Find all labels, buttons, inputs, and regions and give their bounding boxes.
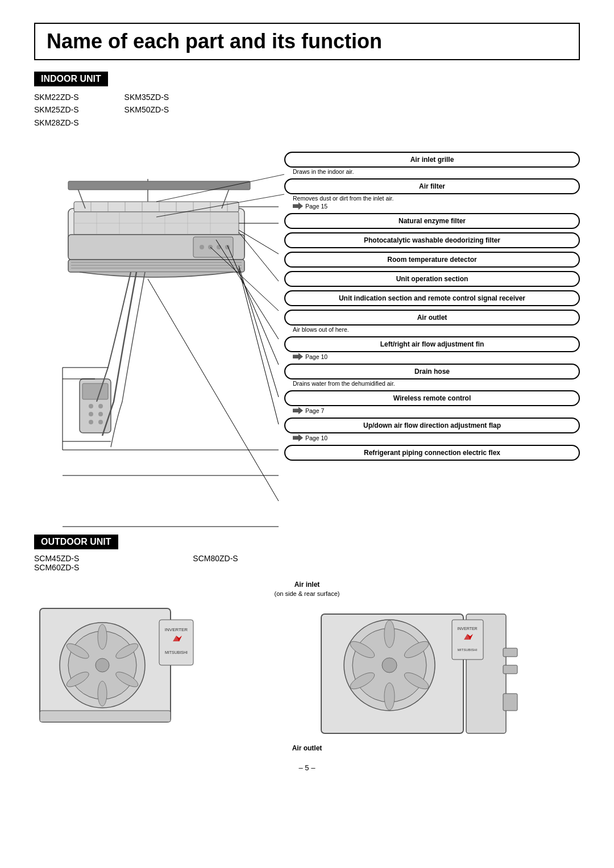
- refrigerant-piping-label: Refrigerant piping connection electric f…: [284, 445, 580, 461]
- svg-point-79: [382, 658, 397, 673]
- svg-rect-75: [40, 711, 171, 722]
- svg-point-39: [89, 420, 93, 424]
- unit-operation-section-label: Unit operation section: [284, 271, 580, 287]
- label-updown-flap: Up/down air flow direction adjustment fl…: [284, 418, 580, 441]
- outdoor-unit-right: INVERTER MITSUBISHI: [316, 603, 580, 741]
- svg-text:MITSUBISHI: MITSUBISHI: [165, 650, 188, 654]
- label-photocatalytic-filter: Photocatalytic washable deodorizing filt…: [284, 232, 580, 248]
- svg-text:INVERTER: INVERTER: [165, 627, 188, 632]
- drain-hose-label: Drain hose: [284, 364, 580, 379]
- airflow-fin-label: Left/right air flow adjustment fin: [284, 336, 580, 352]
- air-filter-page-ref: Page 15: [293, 202, 580, 210]
- svg-point-83: [384, 683, 395, 710]
- svg-rect-92: [503, 648, 517, 657]
- label-room-temp-detector: Room temperature detector: [284, 252, 580, 268]
- label-drain-hose: Drain hose Drains water from the dehumid…: [284, 364, 580, 387]
- air-outlet-label: Air outlet: [284, 310, 580, 326]
- air-filter-sub: Removes dust or dirt from the inlet air.: [293, 195, 580, 202]
- indoor-unit-section: INDOOR UNIT SKM22ZD-SSKM25ZD-SSKM28ZD-S …: [34, 72, 580, 518]
- page-number: – 5 –: [34, 763, 580, 772]
- page-title: Name of each part and its function: [34, 23, 580, 60]
- air-outlet-sub: Air blows out of here.: [293, 326, 580, 333]
- svg-line-55: [148, 279, 279, 501]
- airflow-fin-page-ref: Page 10: [293, 353, 580, 360]
- label-refrigerant-piping: Refrigerant piping connection electric f…: [284, 445, 580, 461]
- svg-rect-93: [503, 665, 517, 674]
- svg-point-67: [98, 681, 107, 706]
- outdoor-models-left: SCM45ZD-SSCM60ZD-S: [34, 554, 79, 572]
- air-inlet-sub-label: (on side & rear surface): [34, 590, 580, 597]
- outdoor-unit-section: OUTDOOR UNIT SCM45ZD-SSCM60ZD-S SCM80ZD-…: [34, 535, 580, 752]
- svg-point-38: [98, 412, 103, 416]
- updown-flap-page-ref: Page 10: [293, 434, 580, 441]
- outdoor-models: SCM45ZD-SSCM60ZD-S SCM80ZD-S: [34, 554, 580, 572]
- svg-point-36: [98, 404, 103, 408]
- outdoor-diagram: INVERTER MITSUBISHI: [34, 603, 580, 741]
- svg-line-48: [239, 266, 279, 397]
- room-temp-detector-label: Room temperature detector: [284, 252, 580, 268]
- svg-point-21: [200, 245, 204, 249]
- indoor-models-left: SKM22ZD-SSKM25ZD-SSKM28ZD-S: [34, 91, 79, 129]
- drain-hose-sub: Drains water from the dehumidified air.: [293, 380, 580, 387]
- indoor-unit-sketch: [34, 140, 284, 518]
- svg-rect-70: [159, 620, 193, 665]
- svg-point-63: [96, 658, 109, 672]
- label-natural-enzyme-filter: Natural enzyme filter: [284, 213, 580, 229]
- natural-enzyme-filter-label: Natural enzyme filter: [284, 213, 580, 229]
- svg-point-35: [89, 404, 93, 408]
- svg-point-37: [89, 412, 93, 416]
- svg-rect-32: [68, 181, 250, 190]
- updown-flap-label: Up/down air flow direction adjustment fl…: [284, 418, 580, 433]
- svg-rect-25: [68, 260, 244, 272]
- label-wireless-remote: Wireless remote control Page 7: [284, 390, 580, 414]
- svg-rect-34: [82, 383, 108, 399]
- svg-line-46: [216, 240, 279, 339]
- label-unit-indication-section: Unit indication section and remote contr…: [284, 290, 580, 306]
- air-inlet-top-label: Air inlet: [34, 581, 580, 589]
- svg-text:MITSUBISHI: MITSUBISHI: [458, 648, 478, 652]
- indoor-unit-header: INDOOR UNIT: [34, 72, 108, 86]
- air-inlet-grille-label: Air inlet grille: [284, 152, 580, 168]
- label-unit-operation-section: Unit operation section: [284, 271, 580, 287]
- svg-point-40: [98, 420, 103, 424]
- svg-text:INVERTER: INVERTER: [457, 627, 477, 631]
- labels-panel: Air inlet grille Draws in the indoor air…: [284, 140, 580, 518]
- label-air-inlet-grille: Air inlet grille Draws in the indoor air…: [284, 152, 580, 175]
- wireless-remote-label: Wireless remote control: [284, 390, 580, 406]
- outdoor-unit-header: OUTDOOR UNIT: [34, 535, 118, 549]
- photocatalytic-filter-label: Photocatalytic washable deodorizing filt…: [284, 232, 580, 248]
- svg-point-80: [384, 620, 395, 648]
- air-outlet-bottom-label: Air outlet: [34, 744, 580, 752]
- outdoor-unit-left: INVERTER MITSUBISHI: [34, 603, 298, 741]
- air-inlet-grille-sub: Draws in the indoor air.: [293, 168, 580, 175]
- label-air-outlet: Air outlet Air blows out of here.: [284, 310, 580, 333]
- air-filter-label: Air filter: [284, 178, 580, 194]
- wireless-remote-page-ref: Page 7: [293, 407, 580, 414]
- svg-point-64: [98, 624, 107, 649]
- svg-rect-94: [503, 694, 517, 711]
- label-airflow-fin: Left/right air flow adjustment fin Page …: [284, 336, 580, 360]
- indoor-diagram-area: Air inlet grille Draws in the indoor air…: [34, 140, 580, 518]
- unit-indication-section-label: Unit indication section and remote contr…: [284, 290, 580, 306]
- svg-line-47: [227, 245, 279, 365]
- indoor-models-right: SKM35ZD-SSKM50ZD-S: [125, 91, 169, 129]
- label-air-filter: Air filter Removes dust or dirt from the…: [284, 178, 580, 210]
- outdoor-models-right: SCM80ZD-S: [193, 554, 238, 572]
